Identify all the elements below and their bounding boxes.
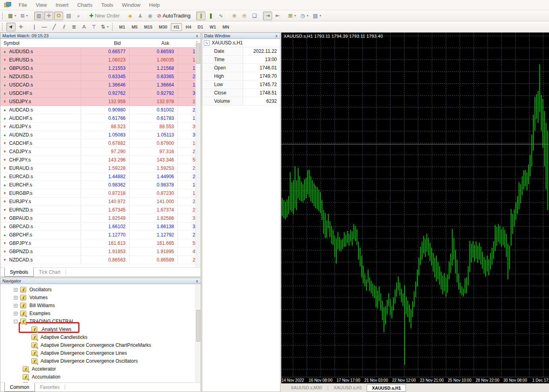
chevron-down-icon[interactable]: ▼: [26, 14, 29, 17]
table-row[interactable]: ▼USDJPY.s132.959132.97819: [0, 98, 201, 106]
timeframe-mn-button[interactable]: MN: [220, 23, 232, 31]
new-order-button[interactable]: ✚New Order: [87, 12, 121, 20]
table-row[interactable]: ▲EURCAD.s1.448821.4490624: [0, 173, 201, 181]
tree-item-adaptive-candlesticks[interactable]: fAdaptive Candlesticks: [0, 333, 201, 341]
metaeditor-button[interactable]: ◈: [126, 12, 135, 20]
timeframe-d1-button[interactable]: D1: [195, 23, 206, 31]
table-row[interactable]: ▼GBPNZD.s1.918531.9189542: [0, 248, 201, 256]
menu-item-help[interactable]: Help: [145, 0, 164, 10]
equidistant-channel-button[interactable]: ⫽: [60, 23, 69, 31]
terminal-button[interactable]: ▤: [64, 12, 73, 20]
timeframe-h4-button[interactable]: H4: [183, 23, 194, 31]
line-chart-button[interactable]: ∿: [216, 12, 225, 20]
tree-item-adaptive-divergence-convergence-chartpricemarks[interactable]: fAdaptive Divergence Convergence ChartPr…: [0, 341, 201, 349]
market-watch-scrollbar[interactable]: [195, 42, 201, 267]
tree-item-oscillators[interactable]: +fOscillators: [0, 286, 201, 294]
timeframe-w1-button[interactable]: W1: [207, 23, 219, 31]
table-row[interactable]: ▼CADJPY.s97.29097.31626: [0, 148, 201, 156]
table-row[interactable]: ▲AUDCAD.s0.909800.9100222: [0, 106, 201, 114]
periods-button[interactable]: ◷▼: [299, 12, 310, 20]
navigator-button[interactable]: ✪: [54, 12, 63, 20]
menu-item-view[interactable]: View: [31, 0, 51, 10]
vertical-line-button[interactable]: ❘: [30, 23, 39, 31]
strategy-tester-button[interactable]: ⌕: [74, 12, 83, 20]
chart-tab-0[interactable]: XAUUSD.s,M30: [286, 384, 327, 392]
toolbar-grip[interactable]: [112, 23, 114, 31]
tree-item-adaptive-divergence-convergence-oscillators[interactable]: fAdaptive Divergence Convergence Oscilla…: [0, 357, 201, 365]
table-row[interactable]: ▲NZDUSD.s0.633450.6336520: [0, 73, 201, 81]
trend-line-button[interactable]: ╱: [50, 23, 59, 31]
tab-favorites[interactable]: Favorites: [35, 383, 65, 392]
table-row[interactable]: ▼EURGBP.s0.872180.8723012: [0, 189, 201, 198]
timeframe-m1-button[interactable]: M1: [116, 23, 128, 31]
table-row[interactable]: ▼GBPAUD.s1.825491.8258637: [0, 214, 201, 223]
table-row[interactable]: ▲AUDCHF.s0.617660.6178317: [0, 114, 201, 123]
table-row[interactable]: ▼NZDCAD.s0.865630.8658926: [0, 256, 201, 264]
zoom-out-button[interactable]: ⊖: [240, 12, 249, 20]
tab-tick-chart[interactable]: Tick Chart: [34, 268, 66, 277]
table-row[interactable]: ▼CHFJPY.s143.296143.34650: [0, 156, 201, 164]
tree-item-accelerator[interactable]: fAccelerator: [0, 365, 201, 373]
text-button[interactable]: A: [79, 23, 89, 31]
new-chart-button[interactable]: ▦▼: [6, 12, 18, 20]
horizontal-line-button[interactable]: —: [40, 23, 49, 31]
table-row[interactable]: ▼AUDJPY.s88.52388.55330: [0, 123, 201, 131]
menu-item-charts[interactable]: Charts: [73, 0, 97, 10]
menu-item-file[interactable]: File: [14, 0, 31, 10]
table-row[interactable]: ▲GBPUSD.s1.215531.2156815: [0, 64, 201, 73]
fibonacci-button[interactable]: ≣: [70, 23, 79, 31]
close-icon[interactable]: x: [195, 34, 199, 38]
chevron-down-icon[interactable]: ▼: [306, 14, 309, 17]
time-axis[interactable]: 14 Nov 202216 Nov 08:0017 Nov 17:0021 No…: [281, 377, 549, 383]
price-chart[interactable]: [281, 33, 549, 377]
scrollbar-thumb[interactable]: [196, 310, 200, 342]
cursor-button[interactable]: ➤: [6, 23, 15, 31]
text-label-button[interactable]: ⊤: [89, 23, 99, 31]
crosshair-button[interactable]: ✛: [16, 23, 25, 31]
table-row[interactable]: ▲GBPCHF.s1.127701.1279222: [0, 231, 201, 239]
chart-tab-2[interactable]: XAUUSD.s,H1: [367, 384, 406, 392]
market-watch-button[interactable]: ▥: [34, 12, 43, 20]
scrollbar-thumb[interactable]: [196, 43, 200, 64]
table-row[interactable]: ▼EURUSD.s1.060231.0603512: [0, 56, 201, 64]
table-row[interactable]: ▼EURNZD.s1.673451.6737429: [0, 206, 201, 214]
tab-common[interactable]: Common: [4, 382, 35, 392]
chevron-down-icon[interactable]: ▼: [294, 14, 296, 17]
timeframe-m30-button[interactable]: M30: [156, 23, 170, 31]
menu-item-insert[interactable]: Insert: [51, 0, 73, 10]
expand-toggle-icon[interactable]: +: [14, 288, 17, 292]
table-row[interactable]: ▲EURCHF.s0.983620.9837816: [0, 181, 201, 189]
timeframe-h1-button[interactable]: H1: [171, 23, 182, 31]
candlestick-chart-button[interactable]: ❚: [206, 12, 215, 20]
table-row[interactable]: ▲USDCHF.s0.927620.9279230: [0, 89, 201, 98]
menu-item-tools[interactable]: Tools: [97, 0, 118, 10]
table-row[interactable]: ▲AUDUSD.s0.665770.6659316: [0, 48, 201, 56]
tree-item--analyst-views[interactable]: f.Analyst Views: [0, 325, 201, 333]
tab-symbols[interactable]: Symbols: [4, 267, 34, 277]
chevron-down-icon[interactable]: ▼: [106, 25, 109, 28]
chart-shift-button[interactable]: ⇤: [273, 12, 282, 20]
chart-tab-1[interactable]: XAUUSD.s,H1: [329, 384, 367, 392]
zoom-in-button[interactable]: ⊕: [230, 12, 239, 20]
toolbar-grip[interactable]: [2, 12, 4, 19]
table-row[interactable]: ▼GBPJPY.s161.613161.66552: [0, 239, 201, 248]
indicators-button[interactable]: ⊞▼: [286, 12, 298, 20]
expand-toggle-icon[interactable]: +: [14, 304, 17, 307]
menu-item-window[interactable]: Window: [118, 0, 145, 10]
auto-scroll-button[interactable]: ⇥: [263, 12, 272, 20]
chevron-down-icon[interactable]: ▼: [14, 14, 17, 17]
tree-item-bill-williams[interactable]: +fBill Williams: [0, 302, 201, 309]
experts-button[interactable]: ♟: [135, 12, 145, 20]
chart-window[interactable]: XAUUSD.s,H1 1793.11 1794.39 1793.11 1793…: [281, 33, 549, 392]
table-row[interactable]: ▼EURAUD.s1.592281.5925325: [0, 164, 201, 173]
bar-chart-button[interactable]: ∥: [196, 12, 205, 20]
autotrading-button[interactable]: ⊘AutoTrading: [155, 12, 192, 20]
column-header-bid[interactable]: Bid: [76, 40, 124, 46]
table-row[interactable]: ▲AUDNZD.s1.050831.0511330: [0, 131, 201, 139]
chevron-down-icon[interactable]: ▼: [319, 14, 322, 17]
profiles-button[interactable]: ⧉▼: [19, 12, 30, 20]
templates-button[interactable]: ▨▼: [311, 12, 323, 20]
table-row[interactable]: ▼EURJPY.s140.972141.00028: [0, 198, 201, 206]
tree-item-examples[interactable]: +fExamples: [0, 309, 201, 317]
tree-item-accumulation[interactable]: fAccumulation: [0, 373, 201, 381]
